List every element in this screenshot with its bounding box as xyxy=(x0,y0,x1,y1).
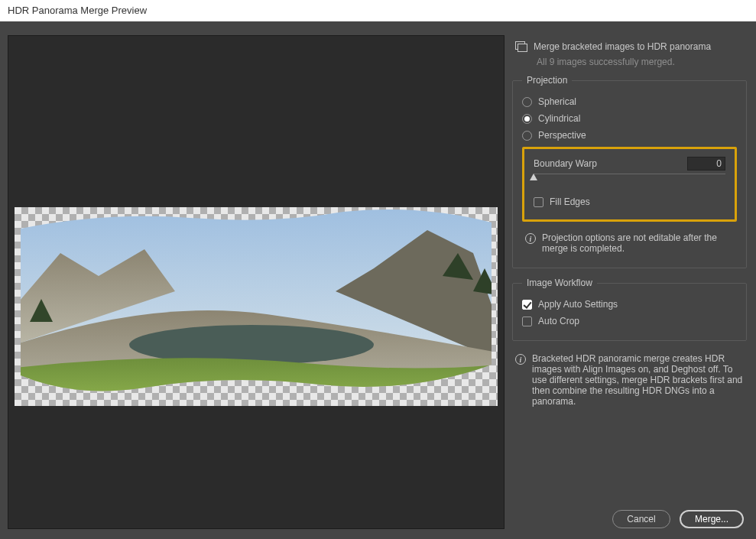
radio-label: Spherical xyxy=(538,96,576,107)
fill-edges-checkbox[interactable]: Fill Edges xyxy=(534,193,725,210)
radio-spherical[interactable]: Spherical xyxy=(522,93,737,110)
radio-cylindrical[interactable]: Cylindrical xyxy=(522,110,737,127)
header-title: Merge bracketed images to HDR panorama xyxy=(534,41,711,52)
bottom-note-text: Bracketed HDR panoramic merge creates HD… xyxy=(532,353,745,407)
projection-note: i Projection options are not editable af… xyxy=(522,229,737,257)
checkbox-icon xyxy=(534,197,543,207)
projection-group: Projection Spherical Cylindrical Perspec… xyxy=(512,75,747,268)
boundary-warp-section: Boundary Warp Fill Edges xyxy=(522,147,737,222)
info-icon: i xyxy=(525,233,536,244)
image-stack-icon xyxy=(515,41,527,52)
checkbox-icon xyxy=(522,317,532,326)
boundary-warp-slider[interactable] xyxy=(534,174,725,184)
checkbox-label: Auto Crop xyxy=(538,316,579,326)
checkbox-label: Apply Auto Settings xyxy=(538,299,618,310)
projection-legend: Projection xyxy=(522,75,572,86)
workflow-group: Image Workflow Apply Auto Settings Auto … xyxy=(512,278,747,341)
radio-icon xyxy=(522,114,532,124)
radio-perspective[interactable]: Perspective xyxy=(522,127,737,144)
projection-note-text: Projection options are not editable afte… xyxy=(542,232,735,254)
dialog-body: Merge bracketed images to HDR panorama A… xyxy=(0,21,756,539)
radio-icon xyxy=(522,97,532,107)
radio-label: Cylindrical xyxy=(538,113,580,124)
checkbox-icon xyxy=(522,300,532,310)
preview-panel xyxy=(8,35,505,529)
bottom-note: i Bracketed HDR panoramic merge creates … xyxy=(512,350,747,410)
radio-icon xyxy=(522,131,532,141)
dialog-footer: Cancel Merge... xyxy=(612,510,744,528)
auto-crop-checkbox[interactable]: Auto Crop xyxy=(522,313,737,330)
slider-thumb-icon xyxy=(530,174,537,180)
cancel-button[interactable]: Cancel xyxy=(612,510,670,528)
panorama-preview xyxy=(15,207,498,406)
header-subtitle: All 9 images successfully merged. xyxy=(512,54,747,75)
radio-label: Perspective xyxy=(538,130,586,141)
workflow-legend: Image Workflow xyxy=(522,278,597,288)
merge-button[interactable]: Merge... xyxy=(680,510,744,528)
window-title: HDR Panorama Merge Preview xyxy=(0,0,756,21)
boundary-warp-label: Boundary Warp xyxy=(534,158,597,169)
options-panel: Merge bracketed images to HDR panorama A… xyxy=(512,35,747,501)
checkbox-label: Fill Edges xyxy=(550,196,590,207)
info-icon: i xyxy=(515,354,526,365)
apply-auto-checkbox[interactable]: Apply Auto Settings xyxy=(522,296,737,313)
boundary-warp-input[interactable] xyxy=(687,157,725,170)
